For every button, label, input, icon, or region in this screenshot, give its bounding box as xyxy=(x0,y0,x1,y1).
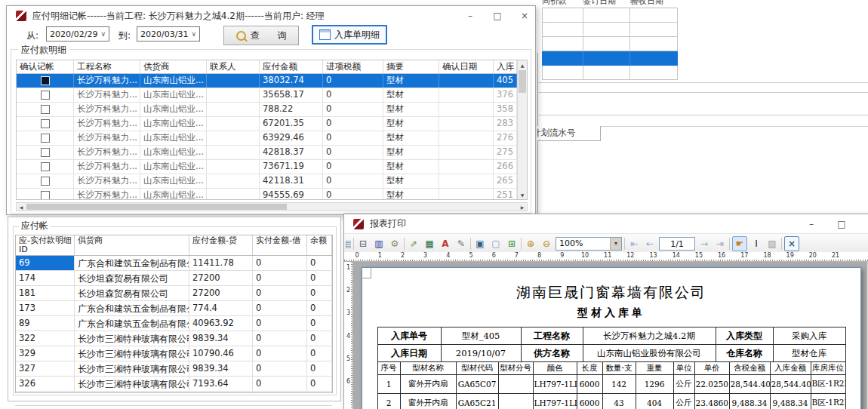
confirm-checkbox[interactable] xyxy=(41,119,50,128)
table-row[interactable]: 长沙万科魅力... 山东南山铝业... 63929.46 0 型材 276 xyxy=(17,131,517,146)
cell: 窗外开内扇 xyxy=(400,394,456,409)
hand-tool-button[interactable]: ☛ xyxy=(732,236,747,251)
save-button[interactable]: ▣ xyxy=(473,237,487,251)
column-header[interactable]: 工程名称 xyxy=(74,60,140,73)
pdf-export-button[interactable]: A xyxy=(439,237,452,251)
table-row[interactable]: 长沙万科魅力... 山东南山铝业... 788.22 0 型材 358 xyxy=(17,103,517,117)
open-button[interactable]: ▢ xyxy=(489,237,503,251)
table-row[interactable]: 长沙万科魅力... 山东南山铝业... 35658.17 0 型材 376 xyxy=(17,88,517,103)
column-header[interactable]: 余额 xyxy=(307,235,332,255)
maximize-button[interactable]: □ xyxy=(487,6,508,26)
minimize-button[interactable]: – xyxy=(460,6,481,26)
confirm-checkbox[interactable] xyxy=(41,91,50,100)
report-page: 湖南巨晟门窗幕墙有限公司 型材入库单 入库单号 型材_405 工程名称 长沙万科… xyxy=(362,267,861,409)
table-row[interactable]: 329 长沙市三湘特种玻璃有限公司 10790.46 0 0 xyxy=(16,346,332,361)
table-row[interactable]: 长沙万科魅力... 山东南山铝业... 73671.19 0 型材 266 xyxy=(17,160,517,174)
table-row[interactable]: 长沙万科魅力... 山东南山铝业... 67201.35 0 型材 283 xyxy=(17,117,517,131)
tax-cell: 0 xyxy=(323,160,383,174)
table-row[interactable]: 181 长沙坦森贸易有限公司 27200 0 0 xyxy=(16,286,332,301)
close-button[interactable]: × xyxy=(514,6,535,26)
table-row[interactable]: 长沙万科魅力... 山东南山铝业... 38032.74 0 型材 405 xyxy=(17,74,517,88)
next-page-button[interactable]: → xyxy=(697,237,711,251)
report-view-icon[interactable]: ▤ xyxy=(345,237,351,251)
table-row[interactable]: 174 长沙坦森贸易有限公司 27200 0 0 xyxy=(16,271,332,286)
table-row[interactable] xyxy=(542,23,678,37)
last-page-button[interactable]: ⇥ xyxy=(713,237,727,251)
column-header[interactable]: 应付金额-贷 xyxy=(189,235,253,255)
from-date-select[interactable]: 2020/02/29 ∨ xyxy=(46,26,109,42)
table-row[interactable]: 322 长沙市三湘特种玻璃有限公司 9839.34 0 0 xyxy=(16,331,332,346)
supplier-cell: 广东合和建筑五金制品有限公司 xyxy=(75,301,189,315)
column-header[interactable]: 联系人 xyxy=(207,60,260,73)
zoom-in-button[interactable]: ⊕ xyxy=(524,237,537,251)
close-preview-button[interactable]: × xyxy=(784,236,799,251)
horizontal-scrollbar[interactable]: ◀ ▶ xyxy=(16,202,528,211)
table-row[interactable]: 327 长沙市三湘特种玻璃有限公司 9839.34 0 0 xyxy=(16,361,332,377)
scroll-left-icon[interactable]: ◀ xyxy=(17,203,26,211)
page-setup-button[interactable]: ⚙ xyxy=(388,237,402,251)
to-date-select[interactable]: 2020/03/31 ∨ xyxy=(137,26,200,42)
table-row[interactable]: 89 广东合和建筑五金制品有限公司 40963.92 0 0 xyxy=(16,316,332,331)
column-header[interactable]: 应-实付款明细ID xyxy=(16,235,75,255)
column-header[interactable]: 实付金额-借 xyxy=(253,235,307,255)
scrollbar-thumb[interactable] xyxy=(26,204,287,210)
confirm-checkbox[interactable] xyxy=(41,177,50,186)
inbound-detail-button[interactable]: 入库单明细 xyxy=(312,25,387,45)
confirm-checkbox[interactable] xyxy=(41,105,50,114)
table-row[interactable]: 长沙万科魅力... 山东南山铝业... 42118.31 0 型材 265 xyxy=(17,174,517,189)
minimize-button[interactable]: – xyxy=(801,214,822,233)
cell: 窗外开内扇 xyxy=(400,375,456,394)
text-export-button[interactable]: ✎ xyxy=(454,237,468,251)
zoom-out-button[interactable]: ⊖ xyxy=(540,237,553,251)
vertical-scrollbar[interactable]: ▲ ▼ xyxy=(517,60,527,199)
column-header[interactable]: 进项税额 xyxy=(323,60,383,73)
column-header[interactable]: 确认记帐 xyxy=(17,60,74,73)
table-row[interactable]: 69 广东合和建筑五金制品有限公司 11411.78 0 0 xyxy=(16,256,332,271)
table-row[interactable]: 长沙万科魅力... 山东南山铝业... 42818.37 0 型材 275 xyxy=(17,146,517,160)
column-header[interactable]: 供货商 xyxy=(140,60,207,73)
scroll-down-icon[interactable]: ▼ xyxy=(518,190,527,199)
page-number-input[interactable]: 1/1 xyxy=(659,237,695,251)
confirm-checkbox[interactable] xyxy=(41,134,50,143)
table-row[interactable] xyxy=(542,37,678,51)
column-header[interactable]: 应付金额 xyxy=(260,60,323,73)
scrollbar-thumb[interactable] xyxy=(519,70,526,93)
cell: 公斤 xyxy=(673,394,694,409)
excel-export-button[interactable]: ▦ xyxy=(423,237,436,251)
scroll-up-icon[interactable]: ▲ xyxy=(518,60,527,69)
ruler-number: 12 xyxy=(619,252,642,261)
table-row[interactable]: 长沙市三湘特种玻璃有限公司 xyxy=(16,392,332,393)
confirm-checkbox[interactable] xyxy=(41,191,50,200)
maximize-button[interactable]: □ xyxy=(831,214,852,233)
zoom-select[interactable]: 100% ▾ xyxy=(556,237,622,251)
report-print-window: 报表打印 – □ × ▤⊟▥⚙⇗▦A✎▣▢⊞⊕⊖ 100% ▾ ⇤← 1/1 →… xyxy=(343,214,868,409)
confirm-checkbox[interactable] xyxy=(41,162,50,171)
cell: 6000 xyxy=(577,375,602,394)
export-button[interactable]: ⇗ xyxy=(407,237,420,251)
table-row[interactable] xyxy=(542,8,678,23)
table-row[interactable] xyxy=(542,66,678,80)
toolbar-separator xyxy=(781,238,782,250)
add-export-button[interactable]: ⊞ xyxy=(505,237,519,251)
balance-cell: 0 xyxy=(307,286,332,300)
column-header[interactable]: 确认日期 xyxy=(439,60,494,73)
book-button[interactable]: ▥ xyxy=(372,237,386,251)
column-header[interactable]: 供货商 xyxy=(75,235,189,255)
table-row[interactable]: 326 长沙市三湘特种玻璃有限公司 7193.64 0 0 xyxy=(16,377,332,392)
text-select-button[interactable]: I xyxy=(749,237,763,251)
table-row[interactable]: 长沙万科魅力... 山东南山铝业... 94555.69 0 型材 251 xyxy=(17,189,517,200)
selected-table-row[interactable] xyxy=(542,51,678,66)
scroll-right-icon[interactable]: ▶ xyxy=(518,203,527,211)
first-page-button[interactable]: ⇤ xyxy=(627,237,641,251)
query-button[interactable]: 查 询 xyxy=(223,26,299,45)
copy-page-button[interactable]: ▨ xyxy=(765,237,779,251)
confirm-checkbox[interactable] xyxy=(41,148,50,157)
column-header[interactable]: 摘要 xyxy=(383,60,439,73)
confirm-checkbox[interactable] xyxy=(41,76,50,85)
close-button[interactable]: × xyxy=(862,214,868,233)
prev-page-button[interactable]: ← xyxy=(643,237,657,251)
ruler-number: 1 xyxy=(344,264,352,287)
column-header[interactable]: 入库 xyxy=(494,60,517,73)
print-button[interactable]: ⊟ xyxy=(356,237,370,251)
table-row[interactable]: 173 广东合和建筑五金制品有限公司 774.4 0 0 xyxy=(16,301,332,316)
